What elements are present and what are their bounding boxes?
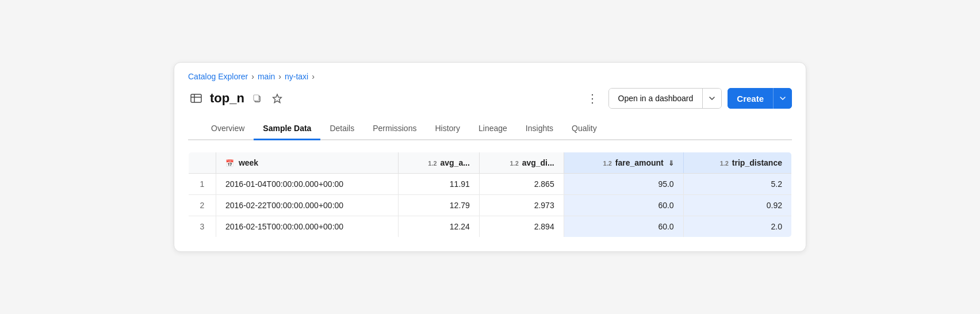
row-3-avg-a: 12.24 <box>399 216 480 238</box>
breadcrumb-sep-2: › <box>278 72 281 81</box>
tab-details[interactable]: Details <box>320 118 363 140</box>
breadcrumb-main[interactable]: main <box>258 72 275 81</box>
create-dropdown[interactable] <box>773 88 792 109</box>
sort-icon: ⇓ <box>668 159 674 167</box>
more-options-button[interactable]: ⋮ <box>582 89 603 108</box>
tab-history[interactable]: History <box>426 118 469 140</box>
row-2-num: 2 <box>189 195 216 216</box>
open-dashboard-group: Open in a dashboard <box>608 88 722 109</box>
row-3-fare: 60.0 <box>564 216 683 238</box>
th-fare-amount[interactable]: 1.2 fare_amount ⇓ <box>564 152 683 174</box>
th-avg-a-label: avg_a... <box>440 158 469 167</box>
row-3-num: 3 <box>189 216 216 238</box>
th-trip-label: trip_distance <box>732 158 782 167</box>
calendar-icon: 📅 <box>225 159 234 167</box>
row-2-avg-di: 2.973 <box>479 195 564 216</box>
row-2-fare: 60.0 <box>564 195 683 216</box>
th-fare-label: fare_amount <box>615 158 664 167</box>
table-icon <box>188 90 204 106</box>
breadcrumb-nytaxi[interactable]: ny-taxi <box>285 72 308 81</box>
th-avg-a[interactable]: 1.2 avg_a... <box>399 152 480 174</box>
title-right: ⋮ Open in a dashboard Create <box>582 88 792 109</box>
title-row: top_n ⋮ Open in a dashboard <box>188 88 792 109</box>
th-avg-di[interactable]: 1.2 avg_di... <box>479 152 564 174</box>
row-3-avg-di: 2.894 <box>479 216 564 238</box>
open-dashboard-button[interactable]: Open in a dashboard <box>609 89 703 108</box>
breadcrumb-sep-1: › <box>251 72 254 81</box>
create-button[interactable]: Create <box>728 88 773 109</box>
row-2-avg-a: 12.79 <box>399 195 480 216</box>
tab-insights[interactable]: Insights <box>516 118 562 140</box>
th-avg-di-label: avg_di... <box>522 158 554 167</box>
data-table: 📅 week 1.2 avg_a... 1.2 avg_di... 1.2 fa… <box>188 152 792 238</box>
svg-rect-0 <box>191 94 201 102</box>
breadcrumb: Catalog Explorer › main › ny-taxi › <box>188 72 792 81</box>
open-dashboard-dropdown[interactable] <box>702 89 721 108</box>
svg-rect-4 <box>254 95 259 101</box>
row-1-num: 1 <box>189 174 216 195</box>
row-2-week: 2016-02-22T00:00:00.000+00:00 <box>216 195 399 216</box>
th-trip-distance[interactable]: 1.2 trip_distance <box>683 152 791 174</box>
svg-marker-5 <box>273 94 281 103</box>
type-icon-fare: 1.2 <box>603 160 612 167</box>
row-1-avg-di: 2.865 <box>479 174 564 195</box>
tab-bar: Overview Sample Data Details Permissions… <box>188 118 792 140</box>
main-card: Catalog Explorer › main › ny-taxi › top_… <box>174 62 806 252</box>
th-week[interactable]: 📅 week <box>216 152 399 174</box>
row-3-week: 2016-02-15T00:00:00.000+00:00 <box>216 216 399 238</box>
type-icon-avg-a: 1.2 <box>428 160 437 167</box>
table-row: 1 2016-01-04T00:00:00.000+00:00 11.91 2.… <box>189 174 792 195</box>
title-left: top_n <box>188 90 285 106</box>
tab-overview[interactable]: Overview <box>202 118 254 140</box>
breadcrumb-catalog[interactable]: Catalog Explorer <box>188 72 248 81</box>
favorite-button[interactable] <box>270 91 285 106</box>
th-row-num <box>189 152 216 174</box>
page-title: top_n <box>210 91 244 106</box>
type-icon-trip: 1.2 <box>720 160 729 167</box>
row-1-week: 2016-01-04T00:00:00.000+00:00 <box>216 174 399 195</box>
table-row: 2 2016-02-22T00:00:00.000+00:00 12.79 2.… <box>189 195 792 216</box>
header: Catalog Explorer › main › ny-taxi › top_… <box>174 63 806 140</box>
row-1-trip: 5.2 <box>683 174 791 195</box>
type-icon-avg-di: 1.2 <box>510 160 518 167</box>
row-2-trip: 0.92 <box>683 195 791 216</box>
row-1-avg-a: 11.91 <box>399 174 480 195</box>
th-week-label: week <box>239 158 258 167</box>
tab-quality[interactable]: Quality <box>562 118 606 140</box>
table-row: 3 2016-02-15T00:00:00.000+00:00 12.24 2.… <box>189 216 792 238</box>
breadcrumb-sep-3: › <box>312 72 315 81</box>
tab-permissions[interactable]: Permissions <box>363 118 426 140</box>
tab-lineage[interactable]: Lineage <box>469 118 516 140</box>
row-3-trip: 2.0 <box>683 216 791 238</box>
tab-sample-data[interactable]: Sample Data <box>254 118 320 140</box>
content-area: 📅 week 1.2 avg_a... 1.2 avg_di... 1.2 fa… <box>174 140 806 251</box>
copy-button[interactable] <box>250 91 264 105</box>
create-group: Create <box>728 88 792 109</box>
row-1-fare: 95.0 <box>564 174 683 195</box>
